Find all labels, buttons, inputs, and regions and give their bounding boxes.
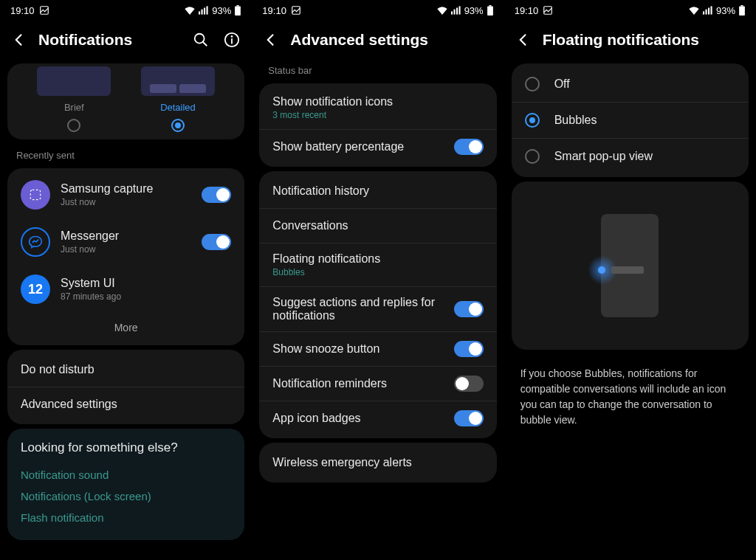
page-title: Notifications bbox=[38, 31, 181, 49]
snooze-row[interactable]: Show snooze button bbox=[259, 332, 496, 367]
looking-for-card: Looking for something else? Notification… bbox=[7, 429, 244, 540]
svg-line-8 bbox=[203, 42, 207, 46]
looking-title: Looking for something else? bbox=[21, 440, 231, 455]
dnd-row[interactable]: Do not disturb bbox=[7, 353, 244, 387]
radio-brief[interactable] bbox=[67, 119, 80, 132]
svg-rect-4 bbox=[207, 6, 208, 14]
back-icon[interactable] bbox=[12, 32, 27, 47]
svg-rect-1 bbox=[199, 11, 200, 14]
svg-rect-12 bbox=[30, 190, 40, 199]
floating-row[interactable]: Floating notifications Bubbles bbox=[259, 243, 496, 287]
link-notification-sound[interactable]: Notification sound bbox=[21, 464, 231, 485]
header: Floating notifications bbox=[504, 21, 756, 59]
svg-rect-13 bbox=[292, 7, 300, 15]
emergency-row[interactable]: Wireless emergency alerts bbox=[259, 446, 496, 480]
picture-icon bbox=[39, 5, 49, 15]
battery-icon bbox=[487, 5, 494, 15]
more-button[interactable]: More bbox=[7, 313, 244, 342]
link-flash[interactable]: Flash notification bbox=[21, 507, 231, 528]
option-bubbles[interactable]: Bubbles bbox=[512, 103, 749, 139]
samsung-capture-icon bbox=[21, 180, 50, 210]
emergency-card: Wireless emergency alerts bbox=[259, 443, 496, 483]
status-bar: 19:10 93% bbox=[0, 0, 252, 21]
svg-point-10 bbox=[231, 35, 233, 38]
signal-icon bbox=[703, 6, 713, 15]
option-off[interactable]: Off bbox=[512, 66, 749, 103]
svg-rect-21 bbox=[703, 11, 704, 14]
recently-sent-label: Recently sent bbox=[0, 144, 252, 164]
svg-rect-11 bbox=[231, 38, 233, 44]
svg-rect-5 bbox=[235, 7, 241, 15]
badges-row[interactable]: App icon badges bbox=[259, 401, 496, 435]
conversations-row[interactable]: Conversations bbox=[259, 209, 496, 243]
status-bar: 19:10 93% bbox=[504, 0, 756, 21]
svg-rect-20 bbox=[544, 7, 552, 15]
messenger-icon bbox=[21, 227, 50, 257]
description-text: If you choose Bubbles, notifications for… bbox=[504, 354, 756, 440]
search-icon[interactable] bbox=[193, 32, 209, 48]
radio-bubbles[interactable] bbox=[525, 113, 540, 128]
svg-rect-19 bbox=[489, 5, 491, 7]
picture-icon bbox=[543, 5, 553, 15]
header: Advanced settings bbox=[252, 21, 504, 59]
advanced-row[interactable]: Advanced settings bbox=[7, 387, 244, 421]
toggle-messenger[interactable] bbox=[202, 234, 231, 250]
style-brief[interactable]: Brief bbox=[37, 66, 111, 132]
back-icon[interactable] bbox=[516, 32, 531, 47]
toggle-samsung-capture[interactable] bbox=[202, 187, 231, 203]
radio-detailed[interactable] bbox=[171, 119, 185, 132]
advanced-settings-screen: 19:10 93% Advanced settings Status bar S… bbox=[252, 0, 504, 560]
style-card: Brief Detailed bbox=[7, 63, 244, 139]
signal-icon bbox=[199, 6, 209, 15]
link-lock-screen[interactable]: Notifications (Lock screen) bbox=[21, 485, 231, 507]
page-title: Advanced settings bbox=[290, 31, 492, 49]
battery-icon bbox=[738, 5, 746, 15]
back-icon[interactable] bbox=[264, 32, 278, 47]
show-icons-row[interactable]: Show notification icons 3 most recent bbox=[259, 86, 496, 130]
toggle-battery-pct[interactable] bbox=[454, 139, 484, 155]
svg-rect-0 bbox=[40, 7, 48, 15]
svg-rect-15 bbox=[453, 10, 455, 15]
show-battery-row[interactable]: Show battery percentage bbox=[259, 130, 496, 164]
toggle-reminders[interactable] bbox=[454, 376, 484, 392]
radio-off[interactable] bbox=[525, 77, 540, 91]
wifi-icon bbox=[688, 6, 700, 15]
app-row[interactable]: Samsung capture Just now bbox=[7, 171, 244, 218]
bubble-preview-graphic bbox=[601, 214, 659, 317]
svg-rect-25 bbox=[739, 7, 745, 15]
status-battery: 93% bbox=[212, 5, 231, 16]
svg-rect-6 bbox=[237, 5, 239, 7]
suggest-row[interactable]: Suggest actions and replies for notifica… bbox=[259, 287, 496, 332]
svg-rect-3 bbox=[204, 8, 205, 15]
floating-notifications-screen: 19:10 93% Floating notifications Off Bub… bbox=[504, 0, 756, 560]
advanced-card: Notification history Conversations Float… bbox=[259, 171, 496, 438]
svg-rect-14 bbox=[451, 11, 453, 14]
toggle-badges[interactable] bbox=[454, 410, 484, 426]
status-battery: 93% bbox=[716, 5, 735, 16]
header: Notifications bbox=[0, 21, 252, 59]
option-popup[interactable]: Smart pop-up view bbox=[512, 139, 749, 174]
svg-rect-18 bbox=[487, 7, 493, 15]
radio-popup[interactable] bbox=[525, 149, 540, 164]
app-row[interactable]: 12 System UI 87 minutes ago bbox=[7, 266, 244, 313]
battery-icon bbox=[234, 5, 241, 15]
svg-rect-24 bbox=[710, 6, 712, 14]
svg-rect-23 bbox=[708, 8, 709, 15]
floating-options-card: Off Bubbles Smart pop-up view bbox=[512, 63, 749, 177]
settings-card: Do not disturb Advanced settings bbox=[7, 350, 244, 424]
info-icon[interactable] bbox=[224, 32, 240, 48]
svg-rect-16 bbox=[456, 8, 458, 15]
style-detailed[interactable]: Detailed bbox=[141, 66, 215, 132]
toggle-snooze[interactable] bbox=[454, 341, 484, 357]
system-ui-icon: 12 bbox=[21, 274, 50, 304]
reminders-row[interactable]: Notification reminders bbox=[259, 367, 496, 401]
recently-sent-card: Samsung capture Just now Messenger Just … bbox=[7, 168, 244, 345]
wifi-icon bbox=[436, 6, 448, 15]
statusbar-card: Show notification icons 3 most recent Sh… bbox=[259, 83, 496, 167]
page-title: Floating notifications bbox=[543, 31, 744, 49]
app-row[interactable]: Messenger Just now bbox=[7, 218, 244, 266]
toggle-suggest[interactable] bbox=[454, 301, 484, 317]
signal-icon bbox=[451, 6, 461, 15]
preview-card bbox=[512, 182, 749, 350]
notif-history-row[interactable]: Notification history bbox=[259, 174, 496, 209]
